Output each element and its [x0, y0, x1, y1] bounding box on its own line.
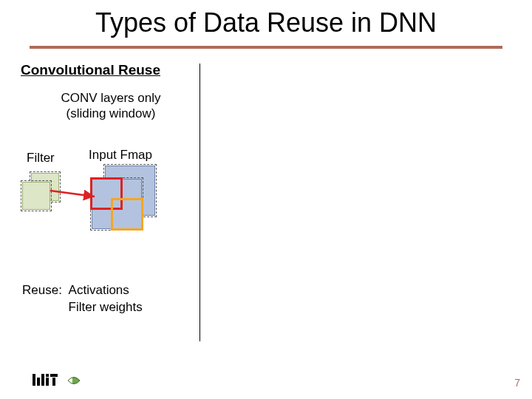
reuse-item-activations: Activations — [69, 283, 129, 297]
reuse-arrow — [50, 186, 103, 207]
svg-rect-1 — [66, 375, 72, 386]
reuse-prefix: Reuse: — [22, 282, 62, 299]
mit-logo — [33, 374, 58, 386]
label-filter: Filter — [27, 151, 55, 166]
section-heading-convolutional-reuse: Convolutional Reuse — [21, 62, 160, 78]
column-divider — [200, 64, 200, 341]
title-underline — [30, 46, 502, 49]
subheading: CONV layers only (sliding window) — [37, 90, 185, 122]
subheading-line-1: CONV layers only — [61, 91, 160, 105]
sliding-window-2 — [111, 198, 143, 231]
page-number: 7 — [514, 377, 520, 389]
slide-title: Types of Data Reuse in DNN — [0, 7, 532, 38]
slide: Types of Data Reuse in DNN Convolutional… — [0, 0, 532, 399]
reuse-block: Reuse: Activations Filter weights — [22, 282, 143, 316]
nvidia-logo — [66, 375, 81, 386]
filter-fg-fill — [22, 182, 50, 210]
svg-line-0 — [50, 191, 95, 197]
reuse-item-filter-weights: Filter weights — [69, 300, 143, 314]
subheading-line-2: (sliding window) — [66, 106, 156, 120]
label-input-fmap: Input Fmap — [89, 148, 152, 163]
